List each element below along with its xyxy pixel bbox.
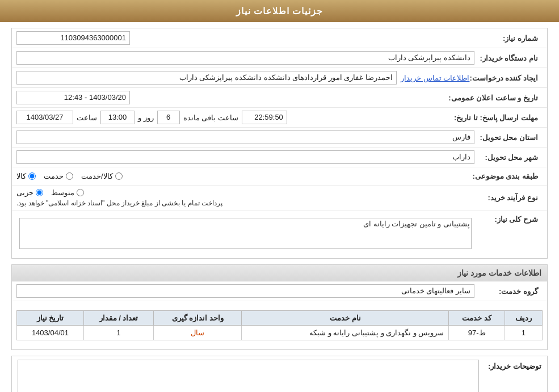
deadline-value: 22:59:50 ساعت باقی مانده 6 روز و 13:00 س… — [16, 111, 454, 124]
announce-date-row: تاریخ و ساعت اعلان عمومی: 1403/03/20 - 1… — [12, 88, 547, 108]
province-label: استان محل تحویل: — [474, 133, 543, 142]
city-label: شهر محل تحویل: — [474, 153, 543, 162]
services-table: ردیف کد خدمت نام خدمت واحد اندازه گیری ت… — [16, 310, 543, 340]
need-number-input: 1103094363000001 — [16, 31, 130, 45]
deadline-time-label: ساعت — [77, 113, 97, 122]
buyer-notes-textarea[interactable] — [18, 360, 479, 392]
cell-qty: 1 — [83, 326, 153, 340]
buyer-org-value: دانشکده پیراپزشکی داراب — [16, 51, 474, 65]
content-area: شماره نیاز: 1103094363000001 نام دستگاه … — [0, 22, 559, 392]
process-radio-group: متوسط جزیی — [16, 188, 84, 197]
services-table-section: ردیف کد خدمت نام خدمت واحد اندازه گیری ت… — [12, 306, 547, 345]
process-row: نوع فرآیند خرید: متوسط جزیی پرداخت تمام … — [12, 186, 547, 210]
need-number-value: 1103094363000001 — [16, 31, 474, 45]
buyer-org-input: دانشکده پیراپزشکی داراب — [16, 51, 474, 65]
description-label: شرح کلی نیاز: — [474, 215, 543, 224]
contact-link[interactable]: اطلاعات تماس خریدار — [401, 74, 469, 82]
category-radio-group: کالا/خدمت خدمت کالا — [16, 172, 123, 180]
deadline-remaining-input: 22:59:50 — [242, 111, 287, 124]
category-radio-kala-khedmat: کالا/خدمت — [81, 172, 123, 180]
city-row: شهر محل تحویل: داراب — [12, 147, 547, 167]
category-label: طبقه بندی موضوعی: — [472, 172, 543, 180]
process-radio-partial-label: جزیی — [16, 188, 33, 197]
process-radio-medium: متوسط — [51, 188, 84, 197]
category-radio-kala-input[interactable] — [28, 172, 36, 180]
deadline-time-input: 13:00 — [100, 111, 135, 124]
cell-date: 1403/04/01 — [17, 326, 84, 340]
category-row: طبقه بندی موضوعی: کالا/خدمت خدمت — [12, 167, 547, 186]
main-form-box: شماره نیاز: 1103094363000001 نام دستگاه … — [11, 28, 548, 259]
announce-date-label: تاریخ و ساعت اعلان عمومی: — [448, 94, 543, 102]
category-radio-kala: کالا — [16, 172, 36, 180]
cell-unit: سال — [154, 326, 242, 340]
page-title: جزئیات اطلاعات نیاز — [236, 6, 323, 16]
process-label: نوع فرآیند خرید: — [474, 193, 543, 202]
page-wrapper: جزئیات اطلاعات نیاز شماره نیاز: 11030943… — [0, 0, 559, 392]
category-radio-khedmat-label: خدمت — [44, 172, 64, 180]
category-radio-khedmat-input[interactable] — [66, 172, 73, 180]
deadline-label: مهلت ارسال پاسخ: تا تاریخ: — [454, 113, 543, 122]
province-row: استان محل تحویل: فارس — [12, 128, 547, 147]
services-section-title: اطلاعات خدمات مورد نیاز — [12, 265, 547, 281]
deadline-row: مهلت ارسال پاسخ: تا تاریخ: 22:59:50 ساعت… — [12, 108, 547, 128]
process-radio-medium-label: متوسط — [51, 188, 74, 197]
creator-label: ایجاد کننده درخواست: — [469, 74, 543, 82]
city-value: داراب — [16, 150, 474, 164]
category-radio-khedmat: خدمت — [44, 172, 73, 180]
city-input: داراب — [16, 150, 474, 164]
col-code: کد خدمت — [449, 311, 505, 326]
deadline-days-label: روز و — [138, 113, 154, 122]
table-row: 1 ط-97 سرویس و نگهداری و پشتیبانی رایانه… — [17, 326, 543, 340]
cell-code: ط-97 — [449, 326, 505, 340]
announce-date-value: 1403/03/20 - 12:43 — [16, 91, 448, 104]
creator-input: احمدرضا غفاری امور قراردادهای دانشکده دا… — [16, 71, 397, 85]
buyer-note-area — [18, 360, 479, 392]
province-input: فارس — [16, 130, 474, 144]
category-value: کالا/خدمت خدمت کالا — [16, 172, 472, 180]
description-textarea[interactable] — [19, 218, 472, 249]
buyer-notes-section: توضیحات خریدار: — [11, 356, 548, 392]
category-radio-kala-label: کالا — [16, 172, 26, 180]
service-group-label: گروه خدمت: — [474, 287, 543, 296]
col-row: ردیف — [505, 311, 542, 326]
process-value: متوسط جزیی پرداخت تمام یا بخشی از مبلغ خ… — [16, 188, 474, 207]
process-radio-partial-input[interactable] — [36, 189, 43, 196]
need-number-row: شماره نیاز: 1103094363000001 — [12, 28, 547, 48]
category-radio-kala-khedmat-label: کالا/خدمت — [81, 172, 113, 180]
deadline-inline: 22:59:50 ساعت باقی مانده 6 روز و 13:00 س… — [16, 111, 287, 124]
deadline-days-input: 6 — [157, 111, 180, 124]
buyer-org-label: نام دستگاه خریدار: — [474, 54, 543, 62]
page-header: جزئیات اطلاعات نیاز — [0, 0, 559, 22]
province-value: فارس — [16, 130, 474, 144]
process-note: پرداخت تمام یا بخشی از مبلغ خریداز محل "… — [16, 199, 222, 207]
description-row: شرح کلی نیاز: پشتیبانی و تامین تجهیزات ر… — [12, 210, 547, 258]
buyer-note-container: توضیحات خریدار: — [12, 356, 547, 392]
buyer-notes-label: توضیحات خریدار: — [485, 360, 541, 370]
col-unit: واحد اندازه گیری — [154, 311, 242, 326]
cell-service: سرویس و نگهداری و پشتیبانی رایانه و شبکه — [242, 326, 449, 340]
service-group-row: گروه خدمت: سایر فعالیتهای خدماتی — [12, 281, 547, 301]
deadline-date-input: 1403/03/27 — [16, 111, 73, 124]
services-section: اطلاعات خدمات مورد نیاز گروه خدمت: سایر … — [11, 264, 548, 350]
announce-date-input: 1403/03/20 - 12:43 — [16, 91, 130, 104]
cell-row: 1 — [505, 326, 542, 340]
service-group-input: سایر فعالیتهای خدماتی — [16, 284, 474, 298]
buyer-org-row: نام دستگاه خریدار: دانشکده پیراپزشکی دار… — [12, 48, 547, 68]
deadline-remaining-label: ساعت باقی مانده — [183, 113, 238, 122]
description-value: پشتیبانی و تامین تجهیزات رایانه ای — [16, 215, 474, 254]
need-number-label: شماره نیاز: — [474, 34, 543, 43]
col-date: تاریخ نیاز — [17, 311, 84, 326]
process-radio-medium-input[interactable] — [77, 189, 84, 196]
service-group-value: سایر فعالیتهای خدماتی — [16, 284, 474, 298]
creator-row: ایجاد کننده درخواست: اطلاعات تماس خریدار… — [12, 68, 547, 88]
category-radio-kala-khedmat-input[interactable] — [115, 172, 123, 180]
col-service: نام خدمت — [242, 311, 449, 326]
col-qty: تعداد / مقدار — [83, 311, 153, 326]
creator-value: اطلاعات تماس خریدار احمدرضا غفاری امور ق… — [16, 71, 469, 85]
process-radio-partial: جزیی — [16, 188, 43, 197]
